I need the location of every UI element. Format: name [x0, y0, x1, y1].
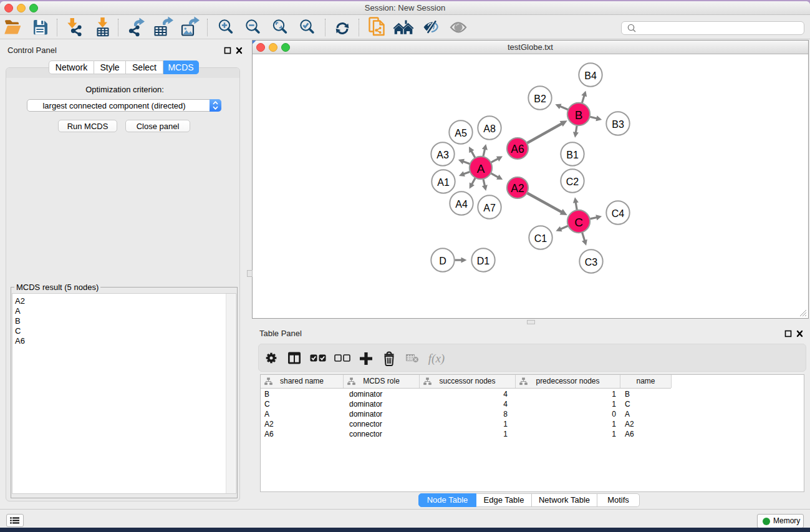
svg-text:B3: B3 [612, 119, 624, 130]
svg-text:B4: B4 [584, 70, 597, 81]
svg-text:D1: D1 [477, 256, 490, 266]
svg-text:B1: B1 [566, 150, 579, 160]
svg-text:C: C [574, 216, 583, 229]
svg-text:B2: B2 [534, 94, 546, 104]
svg-text:A5: A5 [455, 128, 467, 138]
svg-text:A6: A6 [511, 143, 524, 155]
svg-text:C3: C3 [585, 257, 598, 268]
svg-text:A: A [477, 162, 485, 175]
svg-text:A8: A8 [483, 123, 496, 134]
svg-text:A4: A4 [455, 199, 468, 210]
svg-text:A2: A2 [511, 182, 524, 195]
svg-text:A3: A3 [436, 150, 449, 160]
svg-text:B: B [575, 109, 583, 122]
svg-text:A1: A1 [437, 177, 450, 188]
svg-text:C4: C4 [612, 208, 625, 219]
svg-text:C2: C2 [566, 177, 579, 187]
svg-text:A7: A7 [483, 203, 496, 213]
svg-text:f(x): f(x) [428, 352, 445, 365]
svg-text:C1: C1 [534, 233, 547, 244]
svg-text:D: D [439, 256, 446, 266]
